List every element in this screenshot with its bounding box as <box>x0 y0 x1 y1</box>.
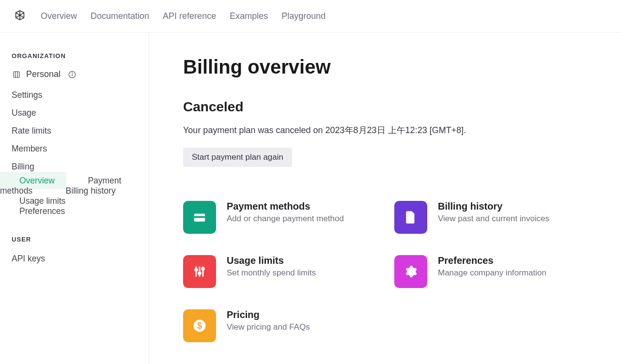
card-desc: Manage company information <box>438 268 546 278</box>
openai-logo[interactable] <box>13 9 27 24</box>
nav-playground[interactable]: Playground <box>281 11 326 21</box>
sidebar-section-organization: ORGANIZATION <box>0 52 149 60</box>
dollar-icon: $ <box>183 309 216 342</box>
sidebar-item-settings[interactable]: Settings <box>0 86 149 104</box>
nav-overview[interactable]: Overview <box>41 11 77 21</box>
card-billing-history[interactable]: Billing history View past and current in… <box>394 201 586 234</box>
svg-rect-5 <box>194 216 205 218</box>
card-title: Payment methods <box>227 201 344 212</box>
org-name: Personal <box>26 69 61 79</box>
card-pricing[interactable]: $ Pricing View pricing and FAQs <box>183 309 375 342</box>
card-preferences[interactable]: Preferences Manage company information <box>394 255 586 288</box>
sidebar-item-api-keys[interactable]: API keys <box>0 250 149 268</box>
nav-api-reference[interactable]: API reference <box>163 11 216 21</box>
nav-examples[interactable]: Examples <box>230 11 268 21</box>
nav-documentation[interactable]: Documentation <box>91 11 149 21</box>
building-icon <box>12 70 21 79</box>
credit-card-icon <box>183 201 216 234</box>
sidebar: ORGANIZATION Personal Settings Usage Rat… <box>0 33 149 364</box>
page-title: Billing overview <box>183 56 586 78</box>
card-payment-methods[interactable]: Payment methods Add or change payment me… <box>183 201 375 234</box>
svg-text:$: $ <box>197 321 202 331</box>
sliders-icon <box>183 255 216 288</box>
openai-logo-icon <box>13 9 27 24</box>
sidebar-item-members[interactable]: Members <box>0 140 149 158</box>
card-title: Usage limits <box>227 255 316 266</box>
status-heading: Canceled <box>183 99 586 115</box>
card-title: Billing history <box>438 201 549 212</box>
card-desc: Set monthly spend limits <box>227 268 316 278</box>
info-icon[interactable] <box>67 70 77 79</box>
card-desc: Add or change payment method <box>227 214 344 224</box>
card-title: Pricing <box>227 309 310 320</box>
svg-point-9 <box>199 272 201 274</box>
card-usage-limits[interactable]: Usage limits Set monthly spend limits <box>183 255 375 288</box>
svg-point-3 <box>72 73 73 73</box>
svg-rect-0 <box>14 72 19 77</box>
org-selector[interactable]: Personal <box>0 66 149 86</box>
sidebar-section-user: USER <box>0 236 149 243</box>
top-nav: Overview Documentation API reference Exa… <box>0 0 620 33</box>
status-description: Your payment plan was canceled on 2023年8… <box>183 124 586 136</box>
svg-point-7 <box>195 269 198 271</box>
file-icon <box>394 201 427 234</box>
card-desc: View pricing and FAQs <box>227 322 310 332</box>
main-content: Billing overview Canceled Your payment p… <box>149 33 620 364</box>
gear-icon <box>394 255 427 288</box>
card-title: Preferences <box>438 255 546 266</box>
sidebar-item-rate-limits[interactable]: Rate limits <box>0 122 149 140</box>
card-desc: View past and current invoices <box>438 214 549 224</box>
sidebar-subitem-preferences[interactable]: Preferences <box>0 202 77 220</box>
sidebar-item-usage[interactable]: Usage <box>0 104 149 122</box>
card-grid: Payment methods Add or change payment me… <box>183 201 586 342</box>
svg-point-11 <box>202 268 204 270</box>
start-payment-plan-button[interactable]: Start payment plan again <box>183 148 292 167</box>
